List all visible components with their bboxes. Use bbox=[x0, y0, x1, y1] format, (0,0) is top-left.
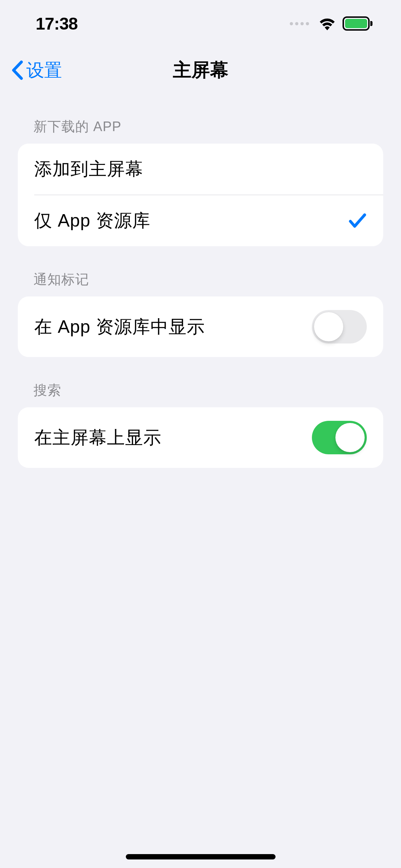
row-add-to-home[interactable]: 添加到主屏幕 bbox=[18, 144, 383, 195]
wifi-icon bbox=[318, 17, 336, 30]
group-newly-downloaded: 添加到主屏幕 仅 App 资源库 bbox=[18, 144, 383, 246]
nav-bar: 设置 主屏幕 bbox=[0, 47, 401, 93]
chevron-left-icon bbox=[11, 60, 24, 81]
switch-knob bbox=[314, 312, 343, 341]
row-label: 在主屏幕上显示 bbox=[34, 426, 161, 450]
status-right bbox=[290, 16, 372, 31]
switch-knob bbox=[335, 423, 365, 452]
back-button[interactable]: 设置 bbox=[11, 58, 62, 82]
group-badges: 在 App 资源库中显示 bbox=[18, 296, 383, 357]
back-label: 设置 bbox=[26, 58, 62, 82]
switch-show-in-library[interactable] bbox=[312, 310, 367, 343]
checkmark-icon bbox=[348, 213, 367, 229]
section-header-search: 搜索 bbox=[0, 357, 401, 407]
page-title: 主屏幕 bbox=[173, 58, 228, 83]
section-header-newly-downloaded: 新下载的 APP bbox=[0, 93, 401, 144]
group-search: 在主屏幕上显示 bbox=[18, 407, 383, 468]
status-bar: 17:38 bbox=[0, 0, 401, 47]
battery-icon bbox=[343, 16, 372, 31]
row-label: 添加到主屏幕 bbox=[34, 157, 143, 181]
home-indicator[interactable] bbox=[126, 854, 276, 859]
section-header-badges: 通知标记 bbox=[0, 246, 401, 296]
row-show-in-library: 在 App 资源库中显示 bbox=[18, 296, 383, 357]
row-app-library-only[interactable]: 仅 App 资源库 bbox=[18, 195, 383, 246]
switch-show-on-home[interactable] bbox=[312, 421, 367, 454]
signal-dots-icon bbox=[290, 22, 309, 25]
row-show-on-home: 在主屏幕上显示 bbox=[18, 407, 383, 468]
status-time: 17:38 bbox=[36, 14, 78, 33]
row-label: 仅 App 资源库 bbox=[34, 209, 150, 233]
row-label: 在 App 资源库中显示 bbox=[34, 315, 205, 339]
